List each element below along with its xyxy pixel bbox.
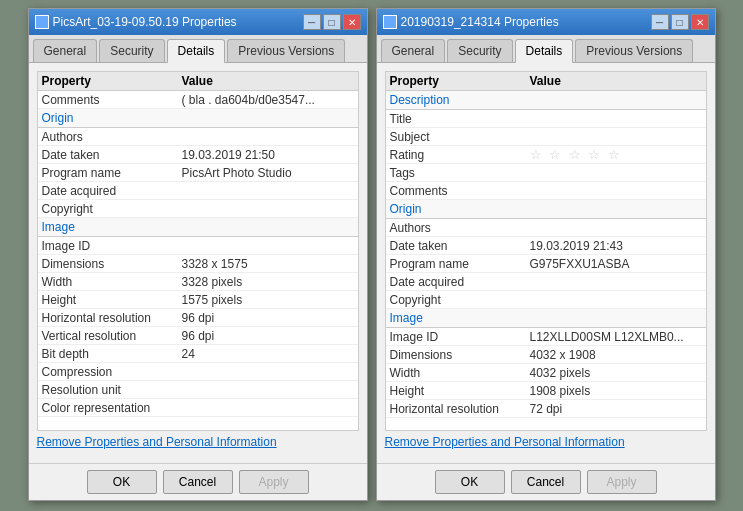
row-width-2: Width 4032 pixels: [386, 364, 706, 382]
section-description-2: Description: [386, 91, 706, 110]
apply-button-1[interactable]: Apply: [239, 470, 309, 494]
row-dimensions-2: Dimensions 4032 x 1908: [386, 346, 706, 364]
row-vert-res-1: Vertical resolution 96 dpi: [38, 327, 358, 345]
row-date-taken-2: Date taken 19.03.2019 21:43: [386, 237, 706, 255]
ok-button-2[interactable]: OK: [435, 470, 505, 494]
link-row-1: Remove Properties and Personal Informati…: [37, 431, 359, 455]
row-subject-2: Subject: [386, 128, 706, 146]
bottom-buttons-2: OK Cancel Apply: [377, 463, 715, 500]
row-authors-2: Authors: [386, 219, 706, 237]
minimize-button-1[interactable]: ─: [303, 14, 321, 30]
tab-security-1[interactable]: Security: [99, 39, 164, 62]
properties-table-2: Property Value Description Title Subject…: [385, 71, 707, 431]
row-width-1: Width 3328 pixels: [38, 273, 358, 291]
tab-previous-versions-2[interactable]: Previous Versions: [575, 39, 693, 62]
row-horiz-res-2: Horizontal resolution 72 dpi: [386, 400, 706, 418]
section-origin-2: Origin: [386, 200, 706, 219]
row-tags-2: Tags: [386, 164, 706, 182]
tab-general-2[interactable]: General: [381, 39, 446, 62]
tab-details-2[interactable]: Details: [515, 39, 574, 63]
row-date-acquired-1: Date acquired: [38, 182, 358, 200]
tab-details-1[interactable]: Details: [167, 39, 226, 63]
apply-button-2[interactable]: Apply: [587, 470, 657, 494]
row-image-id-1: Image ID: [38, 237, 358, 255]
link-row-2: Remove Properties and Personal Informati…: [385, 431, 707, 455]
col-prop-label-2: Property: [390, 74, 530, 88]
dialog2: 20190319_214314 Properties ─ □ ✕ General…: [376, 8, 716, 501]
close-button-2[interactable]: ✕: [691, 14, 709, 30]
title-bar-2: 20190319_214314 Properties ─ □ ✕: [377, 9, 715, 35]
rating-stars-2: ☆ ☆ ☆ ☆ ☆: [530, 147, 702, 162]
row-horiz-res-1: Horizontal resolution 96 dpi: [38, 309, 358, 327]
row-rating-2: Rating ☆ ☆ ☆ ☆ ☆: [386, 146, 706, 164]
remove-properties-link-2[interactable]: Remove Properties and Personal Informati…: [385, 435, 625, 449]
dialog1-title: PicsArt_03-19-09.50.19 Properties: [53, 15, 237, 29]
bottom-buttons-1: OK Cancel Apply: [29, 463, 367, 500]
row-height-2: Height 1908 pixels: [386, 382, 706, 400]
tabs-1: General Security Details Previous Versio…: [29, 35, 367, 63]
row-authors-1: Authors: [38, 128, 358, 146]
section-image-2: Image: [386, 309, 706, 328]
row-res-unit-1: Resolution unit: [38, 381, 358, 399]
remove-properties-link-1[interactable]: Remove Properties and Personal Informati…: [37, 435, 277, 449]
row-date-taken-1: Date taken 19.03.2019 21:50: [38, 146, 358, 164]
dialog2-title: 20190319_214314 Properties: [401, 15, 559, 29]
dialog2-icon: [383, 15, 397, 29]
tab-general-1[interactable]: General: [33, 39, 98, 62]
ok-button-1[interactable]: OK: [87, 470, 157, 494]
tabs-2: General Security Details Previous Versio…: [377, 35, 715, 63]
maximize-button-2[interactable]: □: [671, 14, 689, 30]
col-prop-label-1: Property: [42, 74, 182, 88]
section-origin-1: Origin: [38, 109, 358, 128]
col-val-label-2: Value: [530, 74, 702, 88]
dialog1: PicsArt_03-19-09.50.19 Properties ─ □ ✕ …: [28, 8, 368, 501]
cancel-button-2[interactable]: Cancel: [511, 470, 581, 494]
properties-table-1: Property Value Comments ( bla . da604b/d…: [37, 71, 359, 431]
dialog1-icon: [35, 15, 49, 29]
row-copyright-2: Copyright: [386, 291, 706, 309]
minimize-button-2[interactable]: ─: [651, 14, 669, 30]
row-color-rep-1: Color representation: [38, 399, 358, 417]
row-compression-1: Compression: [38, 363, 358, 381]
row-program-name-1: Program name PicsArt Photo Studio: [38, 164, 358, 182]
row-height-1: Height 1575 pixels: [38, 291, 358, 309]
col-val-label-1: Value: [182, 74, 354, 88]
properties-scroll-2[interactable]: Property Value Description Title Subject…: [386, 72, 706, 430]
row-dimensions-1: Dimensions 3328 x 1575: [38, 255, 358, 273]
row-program-name-2: Program name G975FXXU1ASBA: [386, 255, 706, 273]
cancel-button-1[interactable]: Cancel: [163, 470, 233, 494]
tab-previous-versions-1[interactable]: Previous Versions: [227, 39, 345, 62]
row-copyright-1: Copyright: [38, 200, 358, 218]
maximize-button-1[interactable]: □: [323, 14, 341, 30]
row-image-id-2: Image ID L12XLLD00SM L12XLMB0...: [386, 328, 706, 346]
close-button-1[interactable]: ✕: [343, 14, 361, 30]
row-bit-depth-1: Bit depth 24: [38, 345, 358, 363]
title-bar-1: PicsArt_03-19-09.50.19 Properties ─ □ ✕: [29, 9, 367, 35]
row-comments-2: Comments: [386, 182, 706, 200]
dialog2-body: Property Value Description Title Subject…: [377, 63, 715, 463]
row-date-acquired-2: Date acquired: [386, 273, 706, 291]
properties-scroll-1[interactable]: Property Value Comments ( bla . da604b/d…: [38, 72, 358, 430]
tab-security-2[interactable]: Security: [447, 39, 512, 62]
prop-header-1: Property Value: [38, 72, 358, 91]
prop-header-2: Property Value: [386, 72, 706, 91]
dialog1-body: Property Value Comments ( bla . da604b/d…: [29, 63, 367, 463]
section-image-1: Image: [38, 218, 358, 237]
row-title-2: Title: [386, 110, 706, 128]
row-comments-1: Comments ( bla . da604b/d0e3547...: [38, 91, 358, 109]
